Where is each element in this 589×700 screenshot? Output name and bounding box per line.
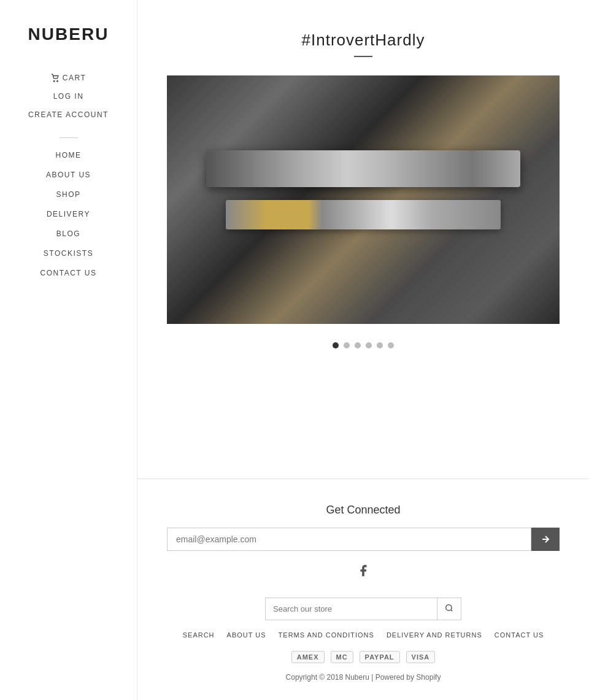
sidebar-item-home[interactable]: HOME — [0, 145, 137, 165]
payment-visa: VISA — [406, 651, 436, 663]
hero-image-container — [167, 75, 560, 324]
payment-icons: AMEX MC PAYPAL VISA — [291, 651, 436, 663]
hero-section: #IntrovertHardly — [137, 0, 589, 479]
footer-links-nav: SEARCH ABOUT US TERMS AND CONDITIONS DEL… — [183, 631, 544, 639]
payment-mastercard: MC — [331, 651, 353, 663]
hero-title: #IntrovertHardly — [302, 31, 425, 50]
create-account-link[interactable]: CREATE ACCOUNT — [28, 106, 109, 124]
sidebar-divider — [60, 137, 78, 138]
email-subscribe-form — [167, 528, 560, 551]
payment-amex: AMEX — [291, 651, 325, 663]
svg-point-1 — [56, 80, 58, 82]
carousel-dot-3[interactable] — [355, 342, 361, 348]
search-icon — [445, 604, 453, 612]
carousel-dot-4[interactable] — [366, 342, 372, 348]
carousel-dot-6[interactable] — [388, 342, 394, 348]
hero-image — [167, 75, 560, 324]
sidebar-item-delivery[interactable]: DELIVERY — [0, 204, 137, 224]
footer: Get Connected — [137, 479, 589, 700]
sidebar-item-stockists[interactable]: STOCKISTS — [0, 244, 137, 263]
email-submit-button[interactable] — [531, 528, 560, 551]
email-input[interactable] — [167, 528, 531, 551]
footer-search-button[interactable] — [437, 598, 461, 620]
sidebar-item-shop[interactable]: SHOP — [0, 185, 137, 204]
footer-link-terms[interactable]: TERMS AND CONDITIONS — [279, 631, 374, 639]
copyright-text: Copyright © 2018 Nuberu | Powered by Sho… — [286, 673, 441, 682]
svg-point-2 — [446, 605, 452, 610]
sidebar-item-contact[interactable]: CONTACT US — [0, 263, 137, 283]
sidebar-item-about[interactable]: ABOUT US — [0, 165, 137, 185]
sidebar-top-nav: CART LOG IN CREATE ACCOUNT — [0, 69, 137, 124]
hero-divider — [354, 56, 372, 57]
footer-search-input[interactable] — [265, 598, 437, 620]
carousel-dot-5[interactable] — [377, 342, 383, 348]
svg-point-0 — [53, 80, 55, 82]
social-icons — [355, 562, 372, 579]
carousel-dot-1[interactable] — [333, 342, 339, 348]
footer-connect-title: Get Connected — [326, 504, 400, 517]
footer-search-form — [265, 598, 461, 620]
arrow-right-icon — [541, 535, 550, 544]
main-content: #IntrovertHardly Get Connected — [137, 0, 589, 700]
carousel-dot-2[interactable] — [344, 342, 350, 348]
login-link[interactable]: LOG IN — [53, 87, 84, 106]
footer-link-delivery[interactable]: DELIVERY AND RETURNS — [387, 631, 482, 639]
sidebar-main-nav: HOME ABOUT US SHOP DELIVERY BLOG STOCKIS… — [0, 145, 137, 283]
facebook-icon[interactable] — [355, 562, 372, 579]
sidebar: NUBERU CART LOG IN CREATE ACCOUNT HOME A… — [0, 0, 137, 700]
site-logo[interactable]: NUBERU — [28, 25, 109, 44]
cart-icon — [51, 74, 60, 82]
sidebar-item-blog[interactable]: BLOG — [0, 224, 137, 244]
footer-link-contact[interactable]: CONTACT US — [495, 631, 544, 639]
carousel-dots — [333, 342, 394, 348]
footer-link-search[interactable]: SEARCH — [183, 631, 215, 639]
cart-link[interactable]: CART — [51, 69, 86, 87]
payment-paypal: PAYPAL — [360, 651, 400, 663]
footer-link-about[interactable]: ABOUT US — [227, 631, 266, 639]
